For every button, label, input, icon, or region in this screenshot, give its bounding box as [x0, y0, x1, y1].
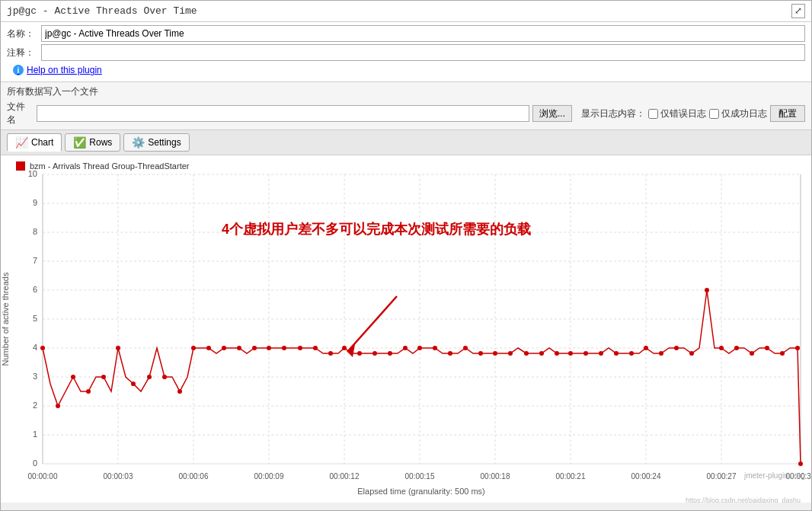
svg-text:00:00:09: 00:00:09: [254, 472, 284, 481]
success-log-label[interactable]: 仅成功日志: [709, 107, 767, 120]
error-log-label[interactable]: 仅错误日志: [648, 107, 706, 120]
help-icon: i: [13, 65, 24, 75]
svg-point-98: [798, 461, 803, 466]
svg-point-47: [40, 346, 45, 350]
name-input[interactable]: [41, 25, 805, 42]
svg-point-58: [206, 346, 211, 350]
svg-text:0: 0: [33, 458, 37, 468]
help-text[interactable]: Help on this plugin: [27, 65, 102, 75]
svg-point-53: [131, 382, 136, 386]
svg-point-49: [71, 375, 75, 379]
svg-text:Number of active threads: Number of active threads: [1, 272, 10, 366]
svg-point-92: [719, 346, 724, 350]
svg-point-86: [629, 351, 634, 356]
svg-point-51: [101, 375, 106, 379]
svg-point-94: [750, 351, 754, 356]
success-log-checkbox[interactable]: [709, 109, 719, 119]
svg-point-75: [463, 346, 468, 350]
svg-point-88: [659, 351, 663, 356]
svg-point-77: [493, 351, 497, 356]
tab-rows[interactable]: ✅ Rows: [65, 133, 120, 152]
svg-point-50: [86, 389, 91, 394]
help-link[interactable]: i Help on this plugin: [7, 63, 805, 78]
tab-settings[interactable]: ⚙️ Settings: [123, 133, 189, 152]
file-label: 文件名: [7, 101, 34, 126]
svg-point-52: [116, 346, 120, 350]
svg-point-64: [298, 346, 302, 350]
svg-point-78: [508, 351, 513, 356]
rows-tab-icon: ✅: [73, 136, 86, 149]
svg-point-97: [795, 346, 800, 350]
svg-point-80: [539, 351, 544, 356]
svg-rect-0: [1, 155, 812, 503]
name-row: 名称：: [7, 25, 805, 42]
tab-chart[interactable]: 📈 Chart: [7, 133, 62, 152]
svg-point-61: [252, 346, 257, 350]
title-bar: jp@gc - Active Threads Over Time ⤢: [1, 1, 811, 22]
legend-label: bzm - Arrivals Thread Group-ThreadStarte…: [30, 161, 189, 171]
file-section: 所有数据写入一个文件 文件名 浏览... 显示日志内容： 仅错误日志 仅成功日志…: [1, 82, 811, 130]
svg-point-85: [614, 351, 619, 356]
config-button[interactable]: 配置: [770, 105, 805, 122]
svg-point-82: [568, 351, 573, 356]
svg-point-62: [267, 346, 271, 350]
tabs-bar: 📈 Chart ✅ Rows ⚙️ Settings: [1, 130, 811, 155]
settings-tab-label: Settings: [148, 137, 181, 148]
svg-point-63: [282, 346, 286, 350]
svg-point-87: [644, 346, 648, 350]
chart-legend: bzm - Arrivals Thread Group-ThreadStarte…: [16, 161, 189, 171]
svg-point-73: [433, 346, 437, 350]
svg-text:Elapsed time (granularity: 500: Elapsed time (granularity: 500 ms): [357, 487, 485, 496]
svg-text:7: 7: [33, 256, 37, 265]
svg-point-55: [162, 375, 167, 379]
window-title: jp@gc - Active Threads Over Time: [7, 5, 197, 17]
svg-point-84: [599, 351, 603, 356]
svg-point-56: [177, 389, 182, 394]
svg-text:https://blog.csdn.net/paidaxin: https://blog.csdn.net/paidaxing_dashu: [686, 497, 801, 503]
main-window: jp@gc - Active Threads Over Time ⤢ 名称： 注…: [0, 0, 812, 511]
chart-container: bzm - Arrivals Thread Group-ThreadStarte…: [1, 155, 812, 503]
svg-point-59: [222, 346, 226, 350]
svg-text:00:00:12: 00:00:12: [330, 472, 360, 481]
svg-text:5: 5: [33, 314, 37, 323]
svg-point-79: [524, 351, 529, 356]
svg-text:4: 4: [33, 343, 37, 352]
svg-point-48: [56, 404, 60, 408]
svg-text:3: 3: [33, 372, 37, 381]
svg-point-96: [780, 351, 785, 356]
chart-watermark: jmeter-plugins.org: [744, 471, 805, 480]
resize-icon[interactable]: ⤢: [791, 4, 805, 18]
svg-text:00:00:00: 00:00:00: [28, 472, 58, 481]
svg-text:00:00:21: 00:00:21: [556, 472, 586, 481]
error-log-checkbox[interactable]: [648, 109, 658, 119]
svg-text:00:00:24: 00:00:24: [631, 472, 661, 481]
comment-input[interactable]: [41, 44, 805, 61]
svg-point-67: [342, 346, 347, 350]
svg-point-66: [328, 351, 333, 356]
svg-point-83: [583, 351, 588, 356]
chart-svg: 0 1 2 3 4 5 6 7 8 9 10 00:00:00 00:00:03…: [1, 155, 812, 503]
browse-button[interactable]: 浏览...: [532, 105, 572, 122]
svg-point-54: [147, 375, 152, 379]
svg-point-68: [357, 351, 362, 356]
legend-color-box: [16, 161, 25, 171]
chart-tab-icon: 📈: [15, 136, 28, 149]
svg-text:00:00:06: 00:00:06: [179, 472, 209, 481]
svg-point-89: [674, 346, 679, 350]
file-input[interactable]: [37, 105, 529, 122]
svg-text:9: 9: [33, 198, 37, 207]
svg-point-90: [689, 351, 694, 356]
comment-row: 注释：: [7, 44, 805, 61]
svg-point-71: [403, 346, 408, 350]
svg-text:00:00:03: 00:00:03: [104, 472, 133, 481]
svg-point-69: [372, 351, 377, 356]
name-section: 名称： 注释： i Help on this plugin: [1, 22, 811, 82]
svg-point-81: [555, 351, 559, 356]
comment-label: 注释：: [7, 46, 41, 59]
svg-point-74: [448, 351, 452, 356]
svg-point-91: [705, 288, 709, 292]
svg-text:00:00:27: 00:00:27: [707, 472, 737, 481]
name-label: 名称：: [7, 27, 41, 40]
svg-point-57: [191, 346, 196, 350]
svg-point-93: [734, 346, 739, 350]
